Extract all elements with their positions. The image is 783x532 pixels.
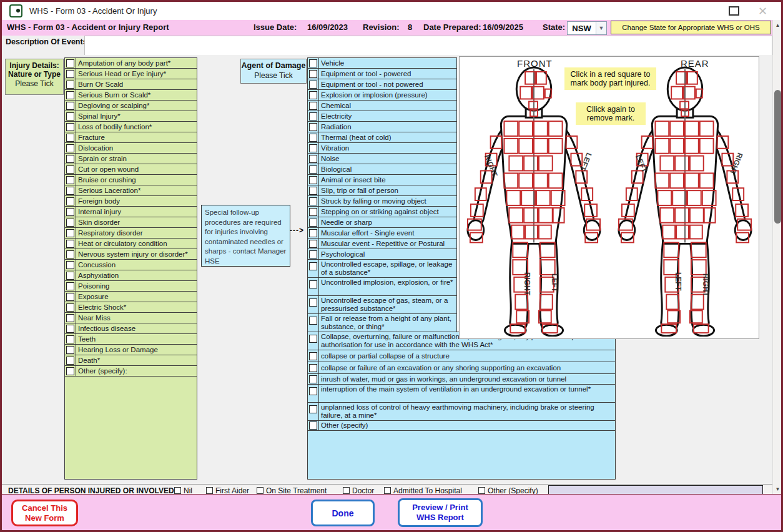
checkbox[interactable] <box>66 219 74 227</box>
checkbox[interactable] <box>66 70 74 78</box>
checkbox[interactable] <box>309 112 317 121</box>
injury-item[interactable]: Internal injury <box>64 206 197 217</box>
checkbox[interactable] <box>66 272 74 280</box>
checkbox[interactable] <box>66 81 74 89</box>
agent-item[interactable]: Uncontrolled escape, spillage, or leakag… <box>307 259 457 278</box>
checkbox[interactable] <box>66 144 74 152</box>
details-other-input[interactable] <box>548 485 763 495</box>
state-select[interactable]: NSW ▼ <box>567 21 607 35</box>
checkbox[interactable] <box>66 303 74 312</box>
agent-item[interactable]: Vehicle <box>307 57 457 69</box>
checkbox[interactable] <box>309 123 317 131</box>
checkbox[interactable] <box>384 487 391 494</box>
injury-item[interactable]: Near Miss <box>64 312 197 323</box>
injury-item[interactable]: Hearing Loss or Damage <box>64 344 197 355</box>
agent-item[interactable]: interruption of the main system of venti… <box>307 384 616 403</box>
details-option[interactable]: First Aider <box>206 485 249 495</box>
checkbox[interactable] <box>66 357 74 365</box>
injury-item[interactable]: Electric Shock* <box>64 302 197 313</box>
checkbox[interactable] <box>66 208 74 216</box>
checkbox[interactable] <box>66 346 74 354</box>
preview-print-button[interactable]: Preview / Print WHS Report <box>398 498 483 527</box>
close-icon[interactable]: ✕ <box>758 6 767 17</box>
chevron-down-icon[interactable]: ▼ <box>596 22 606 34</box>
agent-item[interactable]: Muscular event - Repetitive or Postural <box>307 238 457 249</box>
checkbox[interactable] <box>309 250 317 259</box>
agent-item[interactable]: collapse or failure of an excavation or … <box>307 362 616 374</box>
injury-item[interactable]: Amputation of any body part* <box>64 57 197 69</box>
scroll-up-icon[interactable]: ▲ <box>773 20 782 30</box>
checkbox[interactable] <box>66 176 74 184</box>
checkbox[interactable] <box>309 387 317 395</box>
agent-item[interactable]: Thermal (heat of cold) <box>307 132 457 143</box>
details-option[interactable]: Admitted To Hospital <box>384 485 462 495</box>
agent-item[interactable]: Psychological <box>307 249 457 260</box>
checkbox[interactable] <box>66 250 74 259</box>
agent-item[interactable]: Uncontrolled escape of gas, steam, or a … <box>307 295 457 314</box>
checkbox[interactable] <box>309 59 317 67</box>
cancel-new-form-button[interactable]: Cancel This New Form <box>11 500 78 526</box>
injury-item[interactable]: Poisoning <box>64 280 197 292</box>
checkbox[interactable] <box>309 91 317 99</box>
checkbox[interactable] <box>309 187 317 195</box>
scroll-down-icon[interactable]: ▼ <box>773 484 782 494</box>
maximize-icon[interactable] <box>729 6 739 16</box>
checkbox[interactable] <box>309 364 317 372</box>
injury-item[interactable]: Skin disorder <box>64 217 197 228</box>
agent-item[interactable]: Chemical <box>307 100 457 111</box>
injury-item[interactable]: Heat or circulatory condition <box>64 238 197 249</box>
checkbox[interactable] <box>66 91 74 99</box>
checkbox[interactable] <box>66 261 74 269</box>
injury-item[interactable]: Teeth <box>64 333 197 345</box>
checkbox[interactable] <box>66 240 74 248</box>
injury-item[interactable]: Bruise or crushing <box>64 174 197 185</box>
checkbox[interactable] <box>66 112 74 121</box>
agent-item[interactable]: Electricity <box>307 111 457 122</box>
injury-item[interactable]: Cut or open wound <box>64 164 197 175</box>
checkbox[interactable] <box>309 155 317 163</box>
checkbox[interactable] <box>309 219 317 227</box>
details-option[interactable]: On Site Treatment <box>257 485 327 495</box>
checkbox[interactable] <box>174 487 181 494</box>
checkbox[interactable] <box>66 102 74 110</box>
details-option[interactable]: Other (Specify) <box>478 485 538 495</box>
agent-item[interactable]: Uncontrolled implosion, explosion, or fi… <box>307 277 457 296</box>
injury-item[interactable]: Asphyxiation <box>64 270 197 281</box>
checkbox[interactable] <box>309 81 317 89</box>
injury-item[interactable]: Nervous system injury or disorder* <box>64 249 197 260</box>
agent-item[interactable]: Equipment or tool - not powered <box>307 79 457 90</box>
agent-item[interactable]: Struck by falling or moving object <box>307 195 457 207</box>
injury-item[interactable]: Serious Burn or Scald* <box>64 89 197 101</box>
checkbox[interactable] <box>309 208 317 216</box>
details-option[interactable]: Doctor <box>343 485 374 495</box>
injury-item[interactable]: Foreign body <box>64 195 197 207</box>
vertical-scrollbar[interactable]: ▲ ▼ <box>772 20 782 494</box>
checkbox[interactable] <box>66 293 74 301</box>
agent-item[interactable]: Vibration <box>307 142 457 154</box>
checkbox[interactable] <box>309 134 317 142</box>
checkbox[interactable] <box>66 197 74 205</box>
checkbox[interactable] <box>309 102 317 110</box>
agent-item[interactable]: Animal or insect bite <box>307 174 457 185</box>
checkbox[interactable] <box>309 144 317 152</box>
checkbox[interactable] <box>309 176 317 184</box>
agent-item[interactable]: Slip, trip or fall of person <box>307 185 457 196</box>
done-button[interactable]: Done <box>311 500 375 526</box>
checkbox[interactable] <box>309 70 317 78</box>
checkbox[interactable] <box>66 165 74 174</box>
checkbox[interactable] <box>309 375 317 383</box>
injury-item[interactable]: Death* <box>64 355 197 366</box>
checkbox[interactable] <box>66 325 74 333</box>
checkbox[interactable] <box>66 367 74 375</box>
agent-item[interactable]: Needle or sharp <box>307 217 457 228</box>
checkbox[interactable] <box>309 317 317 325</box>
checkbox[interactable] <box>206 487 213 494</box>
checkbox[interactable] <box>309 197 317 205</box>
checkbox[interactable] <box>309 262 317 270</box>
agent-item[interactable]: Noise <box>307 153 457 164</box>
checkbox[interactable] <box>309 240 317 248</box>
scrollbar-thumb[interactable] <box>774 90 781 224</box>
injury-item[interactable]: Burn Or Scald <box>64 79 197 90</box>
injury-item[interactable]: Respiratory disorder <box>64 227 197 239</box>
checkbox[interactable] <box>66 155 74 163</box>
